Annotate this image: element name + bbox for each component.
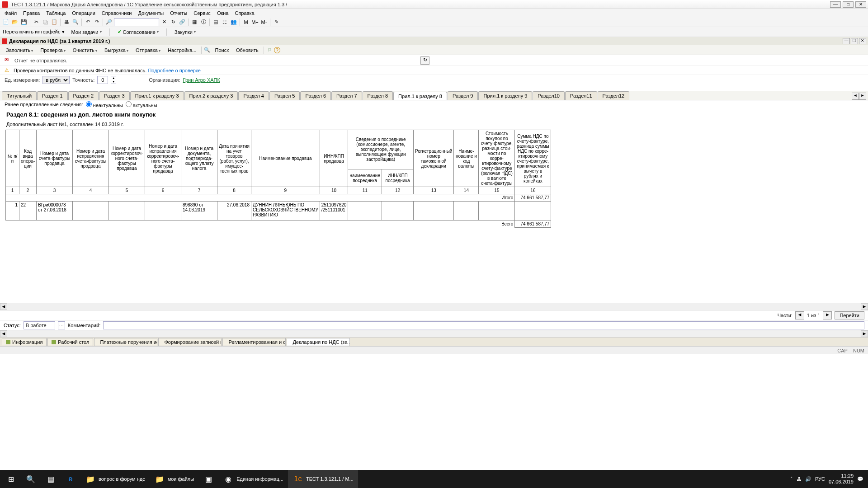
- paste-icon[interactable]: 📋: [50, 18, 58, 26]
- calc-icon[interactable]: ▤: [212, 18, 220, 26]
- refresh-status-button[interactable]: ↻: [420, 56, 429, 65]
- filter-inactual[interactable]: неактуальны: [86, 101, 123, 108]
- undo-icon[interactable]: ↶: [84, 18, 92, 26]
- new-icon[interactable]: 📄: [2, 18, 10, 26]
- scroll-left-button[interactable]: ◄: [0, 303, 7, 310]
- redo-icon[interactable]: ↷: [93, 18, 101, 26]
- zoom-icon[interactable]: 🔎: [105, 18, 113, 26]
- wintab-records[interactable]: Формирование записей кн...: [158, 338, 222, 346]
- my-tasks-button[interactable]: Мои задачи: [67, 28, 106, 36]
- tab-scroll-left[interactable]: ◄: [852, 93, 859, 100]
- tab-app2-s3[interactable]: Прил.2 к разделу 3: [184, 91, 238, 100]
- doc-minimize-button[interactable]: —: [843, 38, 850, 44]
- doc-restore-button[interactable]: ❐: [851, 38, 858, 44]
- print-icon[interactable]: 🖶: [62, 18, 71, 26]
- open-icon[interactable]: 📂: [11, 18, 19, 26]
- chrome-button[interactable]: ◉Единая информац...: [218, 470, 288, 488]
- wintab-info[interactable]: Информация: [2, 338, 47, 346]
- nav-icon[interactable]: ▦: [190, 18, 198, 26]
- outer-scroll-right[interactable]: ►: [861, 330, 868, 337]
- wintab-declaration[interactable]: Декларация по НДС (за 1 к...: [287, 338, 350, 346]
- refresh-icon[interactable]: ↻: [169, 18, 177, 26]
- minimize-button[interactable]: —: [830, 1, 841, 8]
- comment-field[interactable]: [103, 321, 864, 329]
- status-field[interactable]: [24, 321, 55, 329]
- menu-directories[interactable]: Справочники: [99, 9, 135, 17]
- search-button[interactable]: 🔍: [21, 470, 41, 488]
- m-icon[interactable]: M: [242, 18, 250, 26]
- precision-stepper[interactable]: ▲▼: [111, 76, 116, 84]
- menu-reports[interactable]: Отчеты: [167, 9, 190, 17]
- pager-go-button[interactable]: Перейти: [835, 311, 864, 319]
- tab-section12[interactable]: Раздел12: [598, 91, 630, 100]
- tray-chevron-icon[interactable]: ˄: [790, 476, 793, 482]
- 1c-button[interactable]: 1cТЕСТ 1.3.121.1 / М...: [288, 470, 358, 488]
- start-button[interactable]: ⊞: [1, 470, 21, 488]
- tray-clock[interactable]: 11:29 07.06.2019: [829, 473, 854, 485]
- clear-button[interactable]: Очистить: [70, 46, 100, 54]
- table-row[interactable]: 1 22 ВГри0000073 от 27.06.2018 898890 от…: [6, 202, 551, 221]
- doc-close-button[interactable]: ✕: [859, 38, 866, 44]
- tray-lang[interactable]: РУС: [815, 476, 825, 482]
- filter-actual[interactable]: актуальны: [126, 101, 157, 108]
- users-icon[interactable]: 👥: [230, 18, 238, 26]
- send-button[interactable]: Отправка: [132, 46, 164, 54]
- copy-icon[interactable]: ⿻: [41, 18, 49, 26]
- link-icon[interactable]: 🔗: [178, 18, 186, 26]
- horizontal-scrollbar[interactable]: ◄ ►: [0, 303, 868, 310]
- purchases-button[interactable]: Закупки: [170, 28, 200, 36]
- check-button[interactable]: Проверка: [37, 46, 69, 54]
- tab-section7[interactable]: Раздел 7: [331, 91, 362, 100]
- preview-icon[interactable]: 🔍: [71, 18, 80, 26]
- tab-app1-s9[interactable]: Прил.1 к разделу 9: [478, 91, 532, 100]
- tab-section8[interactable]: Раздел 8: [363, 91, 393, 100]
- calendar-icon[interactable]: ☷: [221, 18, 229, 26]
- menu-file[interactable]: Файл: [2, 9, 19, 17]
- pager-prev-button[interactable]: ◄: [795, 311, 804, 319]
- menu-table[interactable]: Таблица: [43, 9, 68, 17]
- org-link[interactable]: Грин Агро ХАПК: [183, 77, 220, 83]
- tab-section6[interactable]: Раздел 6: [300, 91, 331, 100]
- help-icon[interactable]: ⓘ: [199, 18, 208, 26]
- tab-scroll-right[interactable]: ►: [859, 93, 866, 100]
- save-icon[interactable]: 💾: [20, 18, 28, 26]
- tab-section5[interactable]: Раздел 5: [269, 91, 300, 100]
- wintab-desktop[interactable]: Рабочий стол: [47, 338, 93, 346]
- fns-details-link[interactable]: Подробнее о проверке: [148, 68, 200, 73]
- tab-section9[interactable]: Раздел 9: [448, 91, 478, 100]
- mplus-icon[interactable]: M+: [251, 18, 259, 26]
- maximize-button[interactable]: □: [843, 1, 854, 8]
- menu-documents[interactable]: Документы: [135, 9, 166, 17]
- edge-button[interactable]: e: [61, 470, 80, 488]
- data-table[interactable]: № п/п Код вида опера-ции Номер и дата сч…: [5, 130, 551, 228]
- menu-operations[interactable]: Операции: [69, 9, 98, 17]
- tab-section11[interactable]: Раздел11: [565, 91, 597, 100]
- tab-section1[interactable]: Раздел 1: [37, 91, 68, 100]
- status-select-button[interactable]: …: [58, 321, 65, 329]
- fill-button[interactable]: Заполнить: [3, 46, 36, 54]
- question-icon[interactable]: ?: [274, 47, 280, 53]
- tab-app1-s3[interactable]: Прил.1 к разделу 3: [130, 91, 184, 100]
- export-button[interactable]: Выгрузка: [101, 46, 132, 54]
- close-button[interactable]: ✕: [855, 1, 866, 8]
- outer-scrollbar[interactable]: ◄ ►: [0, 330, 868, 337]
- tab-section4[interactable]: Раздел 4: [238, 91, 269, 100]
- scroll-right-button[interactable]: ►: [861, 303, 868, 310]
- tray-network-icon[interactable]: 🖧: [797, 476, 802, 482]
- unit-select[interactable]: в рублях: [42, 76, 70, 84]
- mminus-icon[interactable]: M-: [260, 18, 268, 26]
- settings-button[interactable]: Настройка...: [165, 46, 199, 54]
- tab-section10[interactable]: Раздел10: [533, 91, 565, 100]
- menu-service[interactable]: Сервис: [191, 9, 213, 17]
- tab-section3[interactable]: Раздел 3: [99, 91, 130, 100]
- flag-icon[interactable]: ⚐: [266, 47, 273, 54]
- menu-edit[interactable]: Правка: [20, 9, 42, 17]
- approval-button[interactable]: ✔Согласование: [113, 28, 163, 36]
- app1-button[interactable]: ▣: [198, 470, 218, 488]
- pager-next-button[interactable]: ►: [823, 311, 832, 319]
- search-button[interactable]: Поиск: [212, 46, 231, 54]
- tab-title[interactable]: Титульный: [2, 91, 37, 100]
- precision-input[interactable]: [97, 76, 108, 84]
- search-input[interactable]: [114, 18, 159, 26]
- tab-section2[interactable]: Раздел 2: [68, 91, 99, 100]
